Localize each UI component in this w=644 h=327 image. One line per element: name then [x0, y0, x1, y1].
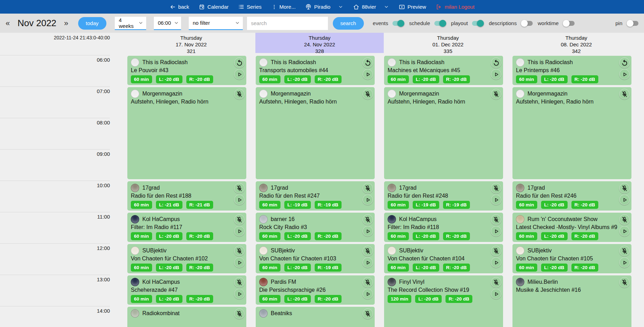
- mic-off-icon[interactable]: [234, 183, 245, 193]
- mic-off-icon[interactable]: [619, 246, 630, 256]
- mic-off-icon[interactable]: [362, 246, 373, 256]
- prev-month-button[interactable]: «: [3, 19, 12, 28]
- arrow-left-icon: [170, 4, 176, 10]
- mic-off-icon[interactable]: [362, 309, 373, 319]
- mic-off-icon[interactable]: [234, 277, 245, 288]
- event-card[interactable]: MorgenmagazinAufstehn, Hinlegen, Radio h…: [127, 87, 246, 179]
- event-card[interactable]: Milieu.BerlinMusike & Jeschichten #16: [512, 275, 631, 327]
- mic-off-icon[interactable]: [491, 277, 501, 288]
- today-button[interactable]: today: [78, 17, 106, 30]
- event-card[interactable]: 17gradRadio für den Rest #18860 minL: -2…: [127, 181, 246, 211]
- mic-off-icon[interactable]: [362, 277, 373, 288]
- event-card[interactable]: This is RadioclashLe Pouvoir #4360 minL:…: [127, 56, 246, 85]
- range-select[interactable]: 4 weeks: [115, 17, 146, 30]
- mic-off-icon[interactable]: [491, 214, 501, 225]
- event-card[interactable]: MorgenmagazinAufstehn, Hinlegen, Radio h…: [384, 87, 503, 179]
- play-button[interactable]: [362, 69, 373, 79]
- nav-item-milan-logout[interactable]: milan Logout: [436, 4, 474, 10]
- mic-off-icon[interactable]: [234, 214, 245, 225]
- event-card[interactable]: 17gradRadio für den Rest #24660 minL: -2…: [512, 181, 631, 211]
- replay-button[interactable]: [619, 58, 630, 68]
- event-card[interactable]: Pardis FMDie Persischsprachige #2660 min…: [256, 275, 375, 305]
- schedule-toggle[interactable]: [434, 21, 446, 26]
- nav-item-88vier[interactable]: 88vier: [353, 4, 376, 10]
- mic-off-icon[interactable]: [491, 89, 501, 99]
- chevron-down-icon[interactable]: [384, 4, 389, 9]
- mic-off-icon[interactable]: [362, 214, 373, 225]
- nav-item-more[interactable]: More...: [271, 4, 296, 10]
- event-card[interactable]: Kol HaCampusScheherazade #4760 minL: -20…: [127, 275, 246, 305]
- mic-off-icon[interactable]: [619, 214, 630, 225]
- play-button[interactable]: [619, 195, 630, 205]
- nav-item-piradio[interactable]: Piradio: [305, 4, 330, 10]
- play-button[interactable]: [491, 226, 501, 236]
- nav-item-back[interactable]: back: [170, 4, 189, 10]
- event-card[interactable]: This is RadioclashTransports automobiles…: [256, 56, 375, 85]
- event-card[interactable]: Kol HaCampusFilter: Im Radio #11760 minL…: [127, 213, 246, 242]
- event-card[interactable]: Radiokombinat: [127, 307, 246, 327]
- replay-button[interactable]: [362, 58, 373, 68]
- event-card[interactable]: Beatniks: [256, 307, 375, 327]
- filter-select[interactable]: no filter: [189, 17, 243, 30]
- worktime-toggle[interactable]: [563, 21, 575, 26]
- next-month-button[interactable]: »: [62, 19, 70, 28]
- nav-item-preview[interactable]: Preview: [399, 4, 426, 10]
- play-button[interactable]: [234, 69, 245, 79]
- mic-off-icon[interactable]: [619, 183, 630, 193]
- play-button[interactable]: [234, 195, 245, 205]
- play-button[interactable]: [234, 289, 245, 299]
- nav-item-series[interactable]: Series: [238, 4, 262, 10]
- search-input[interactable]: [247, 17, 328, 30]
- replay-button[interactable]: [234, 58, 245, 68]
- play-button[interactable]: [491, 257, 501, 268]
- event-card[interactable]: SUBjektivVon Chaoten für Chaoten #10360 …: [256, 244, 375, 273]
- event-card[interactable]: SUBjektivVon Chaoten für Chaoten #10460 …: [384, 244, 503, 273]
- descriptions-toggle[interactable]: [521, 21, 533, 26]
- play-button[interactable]: [619, 69, 630, 79]
- event-card[interactable]: MorgenmagazinAufstehn, Hinlegen, Radio h…: [256, 87, 375, 179]
- play-button[interactable]: [491, 289, 501, 299]
- search-button[interactable]: search: [333, 17, 364, 30]
- pin-toggle[interactable]: [627, 21, 638, 26]
- event-card[interactable]: SUBjektivVon Chaoten für Chaoten #10260 …: [127, 244, 246, 273]
- events-toggle[interactable]: [392, 21, 404, 26]
- mic-off-icon[interactable]: [619, 89, 630, 99]
- event-card[interactable]: Rum 'n' Coconutwater ShowLatest Checked …: [512, 213, 631, 242]
- show-avatar: [259, 90, 268, 98]
- event-card[interactable]: Kol HaCampusFilter: Im Radio #11860 minL…: [384, 213, 503, 242]
- event-card[interactable]: This is RadioclashLe Printemps #4660 min…: [512, 56, 631, 85]
- play-button[interactable]: [491, 69, 501, 79]
- chevron-down-icon[interactable]: [338, 4, 343, 9]
- play-button[interactable]: [362, 226, 373, 236]
- play-button[interactable]: [362, 289, 373, 299]
- time-gutter: 2022-11-24 21:43:0-40:00 06:0007:0008:00…: [0, 33, 127, 327]
- mic-off-icon[interactable]: [234, 89, 245, 99]
- play-button[interactable]: [491, 195, 501, 205]
- playout-toggle[interactable]: [472, 21, 484, 26]
- mic-off-icon[interactable]: [491, 246, 501, 256]
- mic-off-icon[interactable]: [362, 89, 373, 99]
- nav-item-calendar[interactable]: Calendar: [199, 4, 229, 10]
- play-button[interactable]: [619, 257, 630, 268]
- duration-badge: 60 min: [131, 295, 152, 303]
- mic-off-icon[interactable]: [491, 183, 501, 193]
- play-button[interactable]: [619, 226, 630, 236]
- play-button[interactable]: [362, 195, 373, 205]
- event-card[interactable]: MorgenmagazinAufstehn, Hinlegen, Radio h…: [512, 87, 631, 179]
- event-card[interactable]: Finyl VinylThe Record Collection Show #1…: [384, 275, 503, 327]
- event-card[interactable]: 17gradRadio für den Rest #24860 minL: -1…: [384, 181, 503, 211]
- event-card[interactable]: This is RadioclashMachines et Mécaniques…: [384, 56, 503, 85]
- mic-off-icon[interactable]: [234, 309, 245, 319]
- play-button[interactable]: [234, 226, 245, 236]
- play-button[interactable]: [234, 257, 245, 268]
- event-card[interactable]: SUBjektivVon Chaoten für Chaoten #10560 …: [512, 244, 631, 273]
- mic-off-icon[interactable]: [234, 246, 245, 256]
- mic-off-icon[interactable]: [619, 277, 630, 288]
- event-card[interactable]: barner 16Rock City Radio #360 minL: -20 …: [256, 213, 375, 242]
- play-button[interactable]: [362, 257, 373, 268]
- episode-title: The Record Collection Show #19: [388, 287, 488, 293]
- mic-off-icon[interactable]: [362, 183, 373, 193]
- event-card[interactable]: 17gradRadio für den Rest #24760 minL: -1…: [256, 181, 375, 211]
- start-time-select[interactable]: 06:00: [154, 17, 181, 30]
- replay-button[interactable]: [491, 58, 501, 68]
